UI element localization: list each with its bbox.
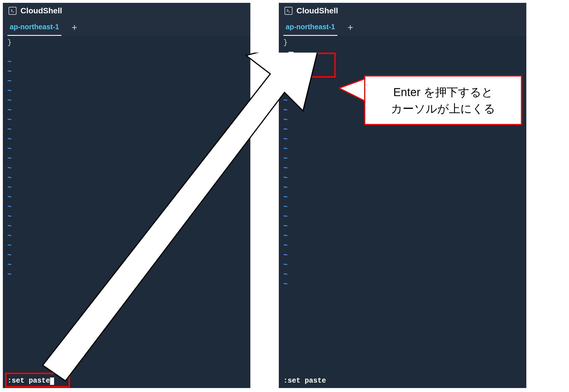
tilde-line: ~ bbox=[283, 193, 522, 202]
tilde-line: ~ bbox=[7, 212, 246, 222]
command-line: :set paste bbox=[283, 376, 522, 386]
tilde-line: ~ bbox=[283, 164, 522, 173]
tab-region[interactable]: ap-northeast-1 bbox=[7, 19, 61, 36]
panel-header: CloudShell bbox=[279, 3, 526, 19]
callout-text-2: カーソルが上にくる bbox=[391, 100, 495, 117]
tilde-line: ~ bbox=[7, 202, 246, 212]
tilde-line: ~ bbox=[7, 86, 246, 96]
callout-box: Enter を押下すると カーソルが上にくる bbox=[364, 75, 522, 125]
tilde-line: ~ bbox=[283, 183, 522, 193]
tilde-line: ~ bbox=[283, 260, 522, 270]
panel-header: CloudShell bbox=[3, 3, 250, 19]
tilde-line: ~ bbox=[7, 77, 246, 86]
tilde-line: ~ bbox=[283, 135, 522, 144]
terminal-body: } ~~~~~~~~~~~~~~~~~~~~~~~ bbox=[7, 38, 246, 376]
header-title: CloudShell bbox=[20, 6, 62, 15]
terminal-blank bbox=[7, 48, 246, 57]
tilde-line: ~ bbox=[7, 106, 246, 115]
tilde-line: ~ bbox=[7, 125, 246, 135]
cloudshell-panel-left: CloudShell ap-northeast-1 + } ~~~~~~~~~~… bbox=[3, 3, 250, 388]
tilde-line: ~ bbox=[7, 96, 246, 106]
callout-text-1: Enter を押下すると bbox=[393, 84, 493, 100]
tilde-line: ~ bbox=[7, 241, 246, 251]
tilde-line: ~ bbox=[7, 193, 246, 202]
tilde-line: ~ bbox=[283, 270, 522, 280]
cursor-top bbox=[288, 52, 294, 61]
tilde-line: ~ bbox=[283, 212, 522, 222]
tilde-line: ~ bbox=[7, 154, 246, 164]
cloudshell-icon bbox=[284, 7, 292, 15]
tilde-line: ~ bbox=[7, 115, 246, 125]
tilde-line: ~ bbox=[7, 222, 246, 231]
tilde-line: ~ bbox=[283, 280, 522, 289]
terminal-area[interactable]: } ~~~~~~~~~~~~~~~~~~~~~~~ :set paste bbox=[3, 36, 250, 388]
tilde-line: ~ bbox=[283, 222, 522, 231]
terminal-blank bbox=[283, 48, 522, 57]
add-tab-button[interactable]: + bbox=[341, 22, 360, 33]
tilde-line: ~ bbox=[7, 135, 246, 144]
tilde-line: ~ bbox=[7, 270, 246, 280]
tilde-line: ~ bbox=[7, 231, 246, 241]
tilde-line: ~ bbox=[283, 154, 522, 164]
tilde-line: ~ bbox=[283, 202, 522, 212]
tilde-line: ~ bbox=[283, 251, 522, 260]
tilde-line: ~ bbox=[283, 125, 522, 135]
tilde-line: ~ bbox=[7, 173, 246, 183]
header-title: CloudShell bbox=[296, 6, 338, 15]
tilde-line: ~ bbox=[7, 164, 246, 173]
cloudshell-icon bbox=[9, 7, 17, 15]
tilde-line: ~ bbox=[283, 241, 522, 251]
tilde-line: ~ bbox=[7, 251, 246, 260]
tilde-line: ~ bbox=[7, 57, 246, 67]
tilde-line: ~ bbox=[7, 67, 246, 77]
tilde-line: ~ bbox=[7, 183, 246, 193]
tilde-line: ~ bbox=[7, 260, 246, 270]
terminal-line: } bbox=[283, 38, 522, 48]
add-tab-button[interactable]: + bbox=[65, 22, 84, 33]
tilde-line: ~ bbox=[283, 231, 522, 241]
tilde-line: ~ bbox=[7, 144, 246, 154]
cloudshell-panel-right: CloudShell ap-northeast-1 + } ~~~~~~~~~~… bbox=[279, 3, 526, 388]
tilde-line: ~ bbox=[283, 144, 522, 154]
command-line: :set paste bbox=[7, 376, 246, 386]
terminal-blank bbox=[283, 57, 522, 67]
tab-region[interactable]: ap-northeast-1 bbox=[283, 19, 337, 36]
tab-bar: ap-northeast-1 + bbox=[279, 19, 526, 36]
tilde-line: ~ bbox=[283, 173, 522, 183]
cursor bbox=[50, 378, 54, 385]
tab-bar: ap-northeast-1 + bbox=[3, 19, 250, 36]
terminal-line: } bbox=[7, 38, 246, 48]
